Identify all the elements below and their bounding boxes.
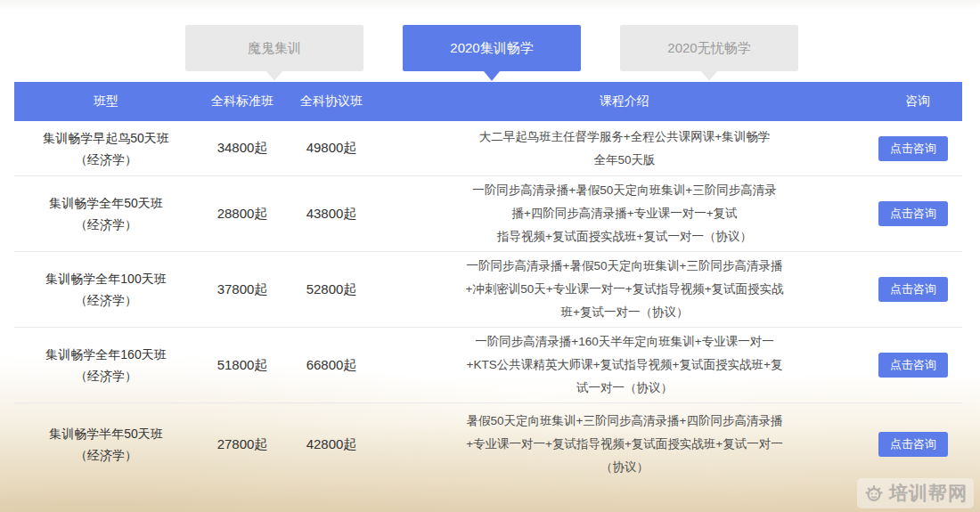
tab-course-plan[interactable]: 魔鬼集训 [185, 25, 363, 71]
class-name: 集训畅学全年100天班 （经济学） [14, 268, 198, 311]
tab-arrow-down-icon [266, 71, 282, 81]
consult-button[interactable]: 点击咨询 [878, 353, 948, 378]
tab-arrow-down-icon [701, 71, 717, 81]
sun-face-icon [863, 483, 885, 504]
course-description: 大二早起鸟班主任督学服务+全程公共课网课+集训畅学 全年50天版 [376, 126, 873, 172]
column-header-consult: 咨询 [873, 93, 962, 110]
column-header-class-type: 班型 [14, 93, 198, 110]
table-row: 集训畅学全年50天班 （经济学） 28800起 43800起 一阶同步高清录播+… [14, 176, 962, 252]
watermark-text: 培训帮网 [889, 481, 968, 506]
site-watermark: 培训帮网 [857, 478, 974, 508]
agreement-class-price: 52800起 [287, 281, 376, 298]
course-description: 暑假50天定向班集训+三阶同步高清录播+四阶同步高清录播 +专业课一对一+复试指… [376, 410, 873, 479]
class-name: 集训畅学半年50天班 （经济学） [14, 423, 198, 466]
column-header-course-intro: 课程介绍 [376, 93, 873, 110]
course-description: 一阶同步高清录播+暑假50天定向班集训+三阶同步高清录播 +冲刺密训50天+专业… [376, 255, 873, 324]
class-name: 集训畅学全年160天班 （经济学） [14, 344, 198, 386]
class-name: 集训畅学早起鸟50天班 （经济学） [14, 127, 198, 170]
standard-class-price: 27800起 [198, 436, 287, 453]
consult-button[interactable]: 点击咨询 [878, 201, 948, 226]
agreement-class-price: 42800起 [287, 436, 376, 453]
course-description: 一阶同步高清录播+160天半年定向班集训+专业课一对一 +KTS公共课精英大师课… [376, 330, 873, 400]
standard-class-price: 37800起 [198, 281, 287, 298]
table-row: 集训畅学半年50天班 （经济学） 27800起 42800起 暑假50天定向班集… [14, 403, 962, 485]
standard-class-price: 51800起 [198, 357, 287, 374]
course-table: 集训畅学早起鸟50天班 （经济学） 34800起 49800起 大二早起鸟班主任… [14, 121, 962, 485]
agreement-class-price: 43800起 [287, 206, 376, 223]
tab-course-plan[interactable]: 2020集训畅学 [403, 25, 581, 71]
column-header-agreement-class: 全科协议班 [287, 93, 376, 110]
consult-button[interactable]: 点击咨询 [878, 432, 948, 457]
standard-class-price: 34800起 [198, 140, 287, 157]
tab-arrow-down-icon [484, 71, 500, 81]
table-row: 集训畅学早起鸟50天班 （经济学） 34800起 49800起 大二早起鸟班主任… [14, 121, 962, 176]
consult-button[interactable]: 点击咨询 [878, 277, 948, 302]
tab-label: 2020无忧畅学 [667, 40, 750, 57]
table-row: 集训畅学全年100天班 （经济学） 37800起 52800起 一阶同步高清录播… [14, 252, 962, 328]
tab-label: 2020集训畅学 [450, 40, 533, 57]
table-header: 班型 全科标准班 全科协议班 课程介绍 咨询 [14, 82, 962, 121]
agreement-class-price: 49800起 [287, 140, 376, 157]
course-plan-tabs: 魔鬼集训 2020集训畅学 2020无忧畅学 [0, 25, 980, 82]
tab-course-plan[interactable]: 2020无忧畅学 [620, 25, 798, 71]
agreement-class-price: 66800起 [287, 357, 376, 374]
course-description: 一阶同步高清录播+暑假50天定向班集训+三阶同步高清录 播+四阶同步高清录播+专… [376, 179, 873, 248]
table-row: 集训畅学全年160天班 （经济学） 51800起 66800起 一阶同步高清录播… [14, 328, 962, 403]
class-name: 集训畅学全年50天班 （经济学） [14, 192, 198, 235]
standard-class-price: 28800起 [198, 206, 287, 223]
tab-label: 魔鬼集训 [248, 40, 301, 57]
consult-button[interactable]: 点击咨询 [878, 136, 948, 161]
column-header-standard-class: 全科标准班 [198, 93, 287, 110]
